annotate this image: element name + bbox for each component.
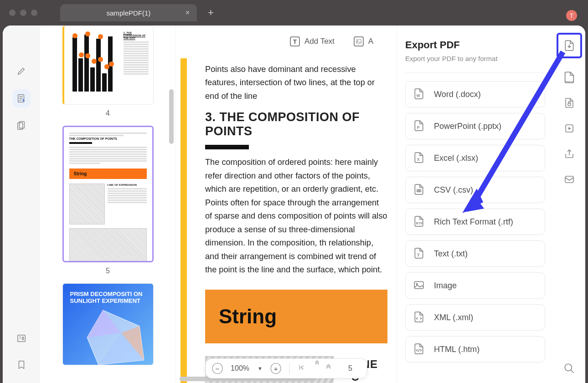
doc-paragraph: The composition of ordered points: here …	[205, 156, 387, 276]
export-format-label: Word (.docx)	[434, 90, 481, 99]
thumbnail-page-4[interactable]: 1. THE EXPRESSION OF THE DOT	[62, 26, 154, 105]
tab-document[interactable]: samplePDF(1) ×	[60, 4, 197, 21]
avatar-letter: T	[570, 12, 573, 19]
zoom-bar: − 100% ▼ +	[206, 358, 367, 378]
right-tool-rail: PDF/A	[553, 26, 585, 383]
text-icon: T	[290, 36, 300, 46]
xls-icon: X	[413, 152, 426, 164]
zoom-dropdown-icon[interactable]: ▼	[258, 366, 263, 371]
thumb4-heading: 1. THE EXPRESSION OF THE DOT	[124, 31, 149, 40]
heading-underline	[205, 145, 249, 149]
new-tab-button[interactable]: +	[208, 7, 214, 19]
svg-point-19	[565, 364, 572, 371]
export-tool-button[interactable]	[557, 33, 582, 58]
string-block: String	[205, 290, 387, 343]
rtf-icon: RTF	[413, 215, 426, 228]
export-format-label: PowerPoint (.pptx)	[434, 122, 501, 131]
export-format-rtf[interactable]: RTFRich Text Format (.rtf)	[405, 209, 545, 235]
export-subtitle: Export your PDF to any format	[405, 55, 545, 62]
tab-title: samplePDF(1)	[107, 9, 151, 17]
export-format-csv[interactable]: CSV (.csv)	[405, 177, 545, 203]
page-content[interactable]: Points also have dominant and recessive …	[181, 58, 397, 383]
prev-page-icon[interactable]	[313, 360, 322, 377]
mail-icon[interactable]	[563, 173, 576, 186]
export-title: Export PDF	[405, 39, 545, 51]
svg-rect-14	[414, 281, 423, 288]
thumbnail-page-6[interactable]: PRISM DECOMPOSITI ON SUNLIGHT EXPERIMENT	[62, 283, 154, 365]
divider	[405, 72, 545, 73]
maximize-window-button[interactable]	[31, 10, 37, 16]
txt-icon: T	[413, 247, 426, 260]
svg-rect-3	[18, 335, 26, 342]
zoom-out-button[interactable]: −	[212, 363, 223, 374]
export-format-xls[interactable]: XExcel (.xlsx)	[405, 145, 545, 171]
export-format-word[interactable]: WWord (.docx)	[405, 81, 545, 107]
zoom-level: 100%	[231, 364, 249, 373]
html-icon	[413, 343, 426, 356]
svg-text:X: X	[417, 157, 420, 162]
export-format-ppt[interactable]: PPowerPoint (.pptx)	[405, 113, 545, 139]
image-icon	[354, 36, 364, 46]
close-tab-icon[interactable]: ×	[186, 9, 190, 17]
export-panel: Export PDF Export your PDF to any format…	[397, 26, 553, 383]
close-window-button[interactable]	[9, 10, 15, 16]
string-label: String	[219, 305, 277, 327]
add-text-button[interactable]: T Add Text	[290, 36, 335, 46]
export-format-label: XML (.xml)	[434, 313, 473, 322]
thumbnail-page-5[interactable]: THE COMPOSITION OF POINTS String LINE OF…	[62, 126, 154, 262]
doc-paragraph: Points also have dominant and recessive …	[205, 63, 387, 103]
bookmark-icon[interactable]	[12, 356, 31, 374]
first-page-icon[interactable]	[298, 364, 305, 373]
img-icon	[413, 279, 426, 292]
export-format-label: Text (.txt)	[434, 249, 468, 259]
add-text-label: Add Text	[304, 37, 335, 46]
secure-pdf-icon[interactable]	[563, 97, 576, 109]
svg-rect-16	[568, 103, 571, 106]
svg-text:RTF: RTF	[416, 221, 423, 225]
zoom-in-button[interactable]: +	[271, 363, 281, 374]
title-bar: samplePDF(1) × + T	[0, 0, 588, 26]
svg-text:T: T	[417, 252, 420, 257]
pages-icon[interactable]	[12, 117, 31, 135]
export-format-img[interactable]: Image	[405, 272, 545, 299]
left-tool-rail	[3, 26, 40, 383]
pdfa-icon[interactable]: PDF/A	[563, 71, 576, 84]
export-format-txt[interactable]: TText (.txt)	[405, 240, 545, 267]
avatar[interactable]: T	[566, 10, 577, 21]
thumbnail-number: 4	[106, 109, 110, 117]
document-viewer: T Add Text A Points also have dominant a…	[176, 26, 397, 383]
share-icon[interactable]	[563, 148, 576, 160]
highlighter-icon[interactable]	[12, 62, 31, 80]
svg-text:P: P	[417, 125, 420, 130]
form-field-icon[interactable]	[12, 329, 31, 347]
minimize-window-button[interactable]	[20, 10, 26, 16]
page-number-input[interactable]	[340, 364, 360, 373]
export-format-label: Excel (.xlsx)	[434, 153, 478, 163]
word-icon: W	[413, 88, 426, 101]
add-image-label: A	[368, 37, 373, 46]
csv-icon	[413, 184, 426, 196]
search-icon[interactable]	[563, 362, 576, 375]
prev-page-icon2[interactable]	[325, 364, 332, 373]
export-format-label: CSV (.csv)	[434, 185, 473, 195]
ppt-icon: P	[413, 120, 426, 133]
thumbnail-number: 5	[106, 267, 110, 275]
export-format-label: Rich Text Format (.rtf)	[434, 217, 513, 227]
svg-rect-18	[565, 176, 573, 183]
svg-text:W: W	[417, 93, 421, 98]
divider	[289, 363, 289, 374]
thumbnail-scrollbar[interactable]	[169, 89, 174, 144]
export-format-xml[interactable]: XML (.xml)	[405, 304, 545, 331]
xml-icon	[413, 311, 426, 324]
annotations-icon[interactable]	[12, 89, 31, 107]
window-controls	[9, 10, 37, 16]
export-format-html[interactable]: HTML (.htm)	[405, 336, 545, 363]
add-image-button[interactable]: A	[354, 36, 373, 46]
export-format-label: HTML (.htm)	[434, 345, 480, 354]
thumb5-string: String	[69, 169, 147, 179]
edit-toolbar: T Add Text A	[290, 36, 373, 46]
doc-heading: 3. THE COMPOSITION OF POINTS	[205, 110, 387, 138]
export-format-label: Image	[434, 281, 457, 291]
thumbnail-panel: 1. THE EXPRESSION OF THE DOT 4 THE COMPO…	[40, 26, 176, 383]
media-pdf-icon[interactable]	[563, 122, 576, 135]
